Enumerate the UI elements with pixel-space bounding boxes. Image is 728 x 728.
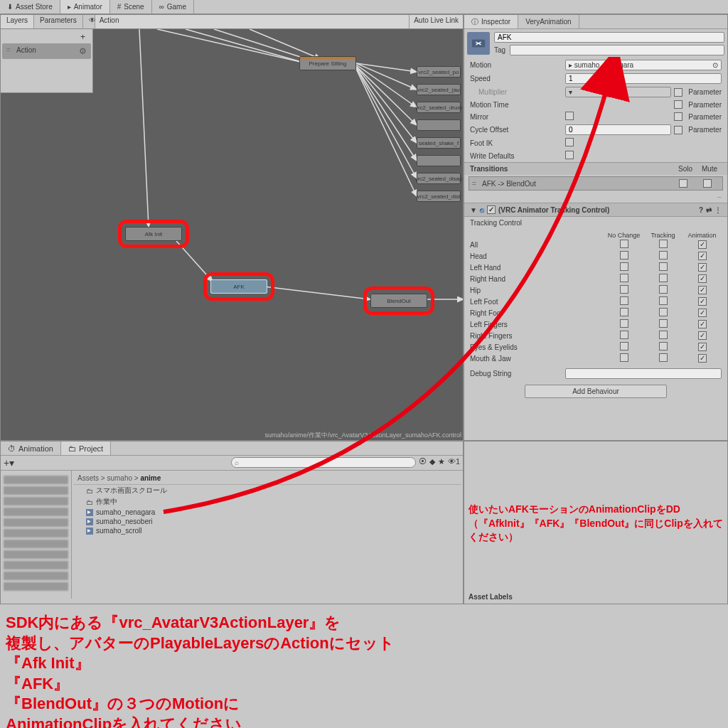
component-enabled-chk[interactable]	[487, 205, 496, 214]
solo-chk[interactable]	[679, 179, 687, 188]
animation-chk[interactable]	[698, 309, 707, 317]
tracking-chk[interactable]	[659, 240, 668, 248]
tag-field[interactable]	[510, 45, 724, 55]
tracking-chk[interactable]	[659, 285, 668, 294]
motiontime-param-chk[interactable]	[674, 100, 682, 109]
nochange-chk[interactable]	[620, 262, 628, 271]
asset-folder[interactable]: 🗀スマホ画面スクロール	[73, 485, 461, 496]
node-seated-dist[interactable]: vrc2_seated_dist	[417, 191, 461, 202]
parameters-tab[interactable]: Parameters	[34, 15, 83, 28]
tracking-chk[interactable]	[659, 308, 668, 316]
tracking-chk[interactable]	[659, 296, 668, 305]
node-seated-po[interactable]: vrc2_seated_po	[417, 66, 461, 77]
animation-chk[interactable]	[698, 320, 707, 328]
node-seated-f[interactable]	[417, 119, 461, 131]
project-tree[interactable]	[1, 471, 72, 599]
project-search[interactable]	[231, 457, 416, 468]
animation-chk[interactable]	[698, 343, 707, 351]
mute-chk[interactable]	[703, 179, 712, 188]
tree-item[interactable]	[4, 476, 68, 484]
type-filter-icon[interactable]: ◆	[429, 457, 435, 469]
tab-game[interactable]: ∞Game	[152, 0, 194, 14]
asset-folder[interactable]: 🗀作業中	[73, 496, 461, 508]
motion-field[interactable]: ▸ sumaho_nenagara⊙	[565, 60, 722, 70]
node-seated-drum[interactable]: vrc2_seated_drum	[417, 102, 461, 113]
create-button[interactable]: +▾	[4, 457, 14, 469]
tree-item[interactable]	[4, 497, 68, 505]
tracking-chk[interactable]	[659, 331, 668, 339]
nochange-chk[interactable]	[620, 308, 628, 316]
tracking-chk[interactable]	[659, 262, 668, 271]
debugstring-field[interactable]	[565, 368, 722, 379]
animation-chk[interactable]	[698, 286, 707, 294]
tracking-chk[interactable]	[659, 342, 668, 350]
tracking-component-header[interactable]: ▼ ⎋ (VRC Animator Tracking Control)? ⇄ ⋮	[464, 203, 727, 217]
breadcrumb[interactable]: Assets > sumaho > anime	[73, 472, 461, 485]
remove-transition-button[interactable]: −	[464, 192, 727, 203]
cycleoffset-field[interactable]	[565, 124, 671, 135]
asset-clip[interactable]: sumaho_nenagara	[73, 508, 461, 517]
add-behaviour-button[interactable]: Add Behaviour	[525, 385, 667, 398]
crumb[interactable]: sumaho	[107, 474, 132, 482]
nochange-chk[interactable]	[620, 285, 628, 294]
asset-clip[interactable]: sumaho_scroll	[73, 526, 461, 535]
hidden-icon[interactable]: 👁1	[448, 457, 460, 469]
tree-item[interactable]	[4, 550, 68, 559]
drag-handle-icon[interactable]	[472, 180, 479, 188]
tree-item[interactable]	[4, 561, 68, 569]
tracking-chk[interactable]	[659, 251, 668, 259]
multiplier-param-chk[interactable]	[674, 88, 682, 97]
label-filter-icon[interactable]: ★	[438, 457, 445, 469]
nochange-chk[interactable]	[620, 274, 628, 282]
asset-clip[interactable]: sumaho_nesoberi	[73, 517, 461, 526]
mirror-chk[interactable]	[565, 112, 574, 120]
animation-chk[interactable]	[698, 252, 707, 260]
node-seated-au[interactable]: vrc2_seated_(au	[417, 84, 461, 95]
layers-tab[interactable]: Layers	[1, 15, 34, 28]
nochange-chk[interactable]	[620, 251, 628, 259]
footik-chk[interactable]	[565, 138, 574, 146]
tree-item[interactable]	[4, 540, 68, 548]
tree-item[interactable]	[4, 486, 68, 495]
nochange-chk[interactable]	[620, 240, 628, 248]
drag-handle-icon[interactable]	[6, 46, 14, 56]
node-seated-shake[interactable]: seated_shake_f	[417, 137, 461, 149]
tab-inspector[interactable]: ⓘInspector	[464, 15, 518, 28]
preset-icon[interactable]: ⇄	[706, 206, 712, 214]
node-afk[interactable]: AFK	[210, 279, 267, 294]
animation-chk[interactable]	[698, 331, 707, 340]
node-seated-f2[interactable]	[417, 155, 461, 166]
state-name-field[interactable]	[494, 32, 724, 43]
writedefaults-chk[interactable]	[565, 151, 574, 159]
node-seated-disap[interactable]: vrc2_seated_disap	[417, 173, 461, 184]
auto-live-link-button[interactable]: Auto Live Link	[409, 15, 463, 28]
animation-chk[interactable]	[698, 354, 707, 363]
animation-chk[interactable]	[698, 240, 707, 249]
node-blendout[interactable]: BlendOut	[370, 294, 427, 308]
nochange-chk[interactable]	[620, 319, 628, 328]
tracking-chk[interactable]	[659, 353, 668, 362]
tab-veryanimation[interactable]: VeryAnimation	[518, 15, 579, 28]
tab-asset-store[interactable]: ⬇Asset Store	[0, 0, 60, 14]
filter-icon[interactable]: ⦿	[419, 457, 427, 469]
cycleoffset-param-chk[interactable]	[674, 126, 682, 134]
crumb[interactable]: anime	[140, 474, 161, 482]
tab-animation[interactable]: ⏱Animation	[1, 441, 61, 455]
speed-field[interactable]	[565, 73, 722, 84]
animation-chk[interactable]	[698, 263, 707, 272]
nochange-chk[interactable]	[620, 353, 628, 362]
tree-item[interactable]	[4, 572, 68, 580]
add-layer-button[interactable]: +	[1, 29, 92, 42]
mirror-param-chk[interactable]	[674, 112, 682, 121]
tree-item[interactable]	[4, 529, 68, 537]
node-afk-init[interactable]: Afk Init	[125, 227, 182, 241]
tab-project[interactable]: 🗀Project	[61, 441, 111, 455]
nochange-chk[interactable]	[620, 331, 628, 339]
animation-chk[interactable]	[698, 274, 707, 283]
layer-action[interactable]: Action ⚙	[2, 43, 91, 59]
gear-icon[interactable]: ⚙	[79, 46, 87, 56]
menu-icon[interactable]: ⋮	[714, 206, 722, 214]
tree-item[interactable]	[4, 508, 68, 516]
nochange-chk[interactable]	[620, 342, 628, 350]
node-prepare-sitting[interactable]: Prepare Sitting	[299, 56, 356, 70]
